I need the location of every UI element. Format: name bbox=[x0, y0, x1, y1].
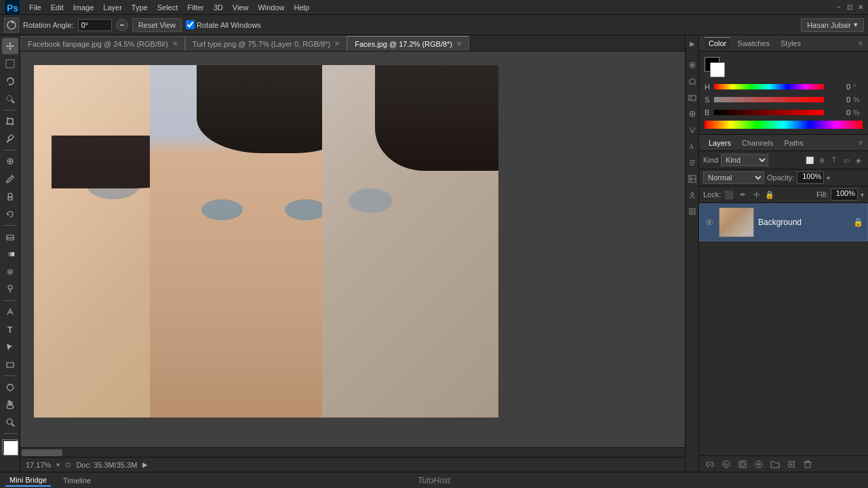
color-panel-expand[interactable]: ≡ bbox=[859, 39, 863, 47]
timeline-tab[interactable]: Timeline bbox=[59, 475, 95, 486]
clone-stamp-tool[interactable] bbox=[2, 188, 18, 205]
add-layer-icon[interactable] bbox=[785, 458, 798, 471]
menu-layer[interactable]: Layer bbox=[98, 2, 127, 13]
close-button[interactable]: ✕ bbox=[856, 3, 865, 12]
doc-info-arrow[interactable]: ▶ bbox=[142, 461, 148, 468]
menu-edit[interactable]: Edit bbox=[46, 2, 68, 13]
filter-shape-icon[interactable]: ▭ bbox=[841, 155, 852, 165]
marquee-tool[interactable] bbox=[2, 56, 18, 72]
quick-select-tool[interactable] bbox=[2, 91, 18, 107]
panel-toggle-10[interactable] bbox=[687, 190, 698, 201]
tab-turf-close[interactable]: ✕ bbox=[334, 40, 340, 47]
fill-value[interactable]: 100% bbox=[831, 188, 858, 201]
filter-smart-icon[interactable]: ◈ bbox=[853, 155, 864, 165]
color-bg-swatch[interactable] bbox=[710, 62, 725, 77]
layer-visibility-toggle[interactable] bbox=[704, 217, 715, 228]
shape-tool[interactable] bbox=[2, 357, 18, 373]
menu-help[interactable]: Help bbox=[290, 2, 315, 13]
minimize-button[interactable]: − bbox=[834, 3, 844, 12]
layer-background[interactable]: Background 🔒 bbox=[699, 203, 868, 241]
background-color[interactable] bbox=[3, 441, 18, 455]
brightness-slider-track[interactable] bbox=[714, 110, 824, 115]
fill-dropdown-arrow[interactable]: ▾ bbox=[861, 191, 864, 199]
swatches-tab[interactable]: Swatches bbox=[733, 38, 774, 49]
color-spectrum-bar[interactable] bbox=[705, 121, 863, 129]
panel-toggle-11[interactable] bbox=[687, 206, 698, 217]
text-tool[interactable]: T bbox=[2, 321, 18, 338]
blur-tool[interactable] bbox=[2, 264, 18, 280]
opacity-dropdown-arrow[interactable]: ▾ bbox=[827, 174, 830, 182]
history-brush-tool[interactable] bbox=[2, 206, 18, 222]
filter-adjust-icon[interactable]: ⊕ bbox=[816, 155, 827, 165]
menu-view[interactable]: View bbox=[228, 2, 254, 13]
layers-tab[interactable]: Layers bbox=[705, 138, 735, 148]
filter-type-icon[interactable]: T bbox=[829, 155, 840, 165]
filter-pixel-icon[interactable]: ⬜ bbox=[804, 155, 815, 165]
lock-all-icon[interactable]: 🔒 bbox=[764, 189, 775, 200]
tab-faces[interactable]: Faces.jpg @ 17.2% (RGB/8*) ✕ bbox=[347, 36, 469, 51]
panel-toggle-2[interactable] bbox=[687, 60, 698, 70]
panel-toggle-8[interactable] bbox=[687, 157, 698, 168]
add-mask-icon[interactable] bbox=[736, 458, 749, 471]
add-adjustment-icon[interactable] bbox=[752, 458, 766, 471]
panel-toggle-3[interactable] bbox=[687, 76, 698, 87]
tab-facebook-close[interactable]: ✕ bbox=[172, 40, 178, 47]
path-select-tool[interactable] bbox=[2, 339, 18, 355]
lock-image-icon[interactable]: ✒ bbox=[737, 189, 748, 200]
panel-toggle-5[interactable] bbox=[687, 108, 698, 119]
filter-select[interactable]: Kind bbox=[721, 154, 768, 166]
hue-slider-track[interactable] bbox=[714, 84, 824, 89]
user-area[interactable]: Hasan Jubair ▾ bbox=[801, 18, 864, 32]
3d-rotate-tool[interactable] bbox=[2, 379, 18, 395]
gradient-tool[interactable] bbox=[2, 246, 18, 262]
menu-type[interactable]: Type bbox=[127, 2, 153, 13]
brush-tool[interactable] bbox=[2, 171, 18, 187]
color-tab[interactable]: Color bbox=[705, 37, 730, 49]
layers-panel-expand[interactable]: ≡ bbox=[859, 139, 863, 146]
foreground-background-colors[interactable] bbox=[2, 439, 18, 455]
panel-toggle-4[interactable] bbox=[687, 92, 698, 103]
menu-window[interactable]: Window bbox=[253, 2, 289, 13]
panel-toggle-1[interactable]: ▶ bbox=[687, 38, 698, 49]
mini-bridge-tab[interactable]: Mini Bridge bbox=[5, 474, 51, 487]
reset-view-button[interactable]: Reset View bbox=[132, 18, 182, 32]
paths-tab[interactable]: Paths bbox=[781, 138, 808, 148]
delete-layer-icon[interactable] bbox=[801, 458, 814, 471]
move-tool[interactable] bbox=[2, 38, 18, 54]
eyedropper-tool[interactable] bbox=[2, 131, 18, 147]
opacity-value[interactable]: 100% bbox=[797, 171, 824, 184]
dodge-tool[interactable] bbox=[2, 281, 18, 298]
lasso-tool[interactable] bbox=[2, 73, 18, 89]
lock-transparency-icon[interactable]: ⬛ bbox=[724, 189, 734, 200]
crop-tool[interactable] bbox=[2, 113, 18, 129]
panel-toggle-6[interactable] bbox=[687, 125, 698, 136]
hand-tool[interactable] bbox=[2, 396, 18, 413]
layer-fx-icon[interactable]: fx bbox=[719, 458, 733, 471]
saturation-slider-track[interactable] bbox=[714, 97, 824, 102]
menu-filter[interactable]: Filter bbox=[182, 2, 208, 13]
tab-faces-close[interactable]: ✕ bbox=[456, 40, 462, 47]
panel-toggle-7[interactable]: A bbox=[687, 141, 698, 152]
rotation-angle-input[interactable] bbox=[78, 19, 112, 31]
channels-tab[interactable]: Channels bbox=[738, 138, 777, 148]
tab-turf[interactable]: Turf type.png @ 75.7% (Layer 0, RGB/8*) … bbox=[185, 36, 347, 51]
zoom-menu-icon[interactable]: ▾ bbox=[56, 461, 60, 468]
menu-select[interactable]: Select bbox=[153, 2, 183, 13]
maximize-button[interactable]: ⊡ bbox=[845, 3, 854, 12]
horizontal-scrollbar[interactable] bbox=[20, 447, 685, 457]
menu-file[interactable]: File bbox=[24, 2, 46, 13]
spot-healing-tool[interactable] bbox=[2, 153, 18, 169]
add-group-icon[interactable] bbox=[768, 458, 782, 471]
styles-tab[interactable]: Styles bbox=[776, 38, 805, 49]
scroll-thumb[interactable] bbox=[22, 449, 62, 456]
pen-tool[interactable] bbox=[2, 304, 18, 320]
eraser-tool[interactable] bbox=[2, 228, 18, 245]
tab-facebook[interactable]: Facebook fanpage.jpg @ 24.5% (RGB/8#) ✕ bbox=[20, 36, 185, 51]
menu-image[interactable]: Image bbox=[68, 2, 99, 13]
rotation-dial[interactable] bbox=[116, 19, 128, 31]
panel-toggle-9[interactable] bbox=[687, 174, 698, 184]
rotate-all-checkbox[interactable] bbox=[186, 20, 195, 29]
blend-mode-select[interactable]: Normal bbox=[703, 171, 764, 184]
menu-3d[interactable]: 3D bbox=[209, 2, 228, 13]
lock-position-icon[interactable]: ✛ bbox=[751, 189, 762, 200]
